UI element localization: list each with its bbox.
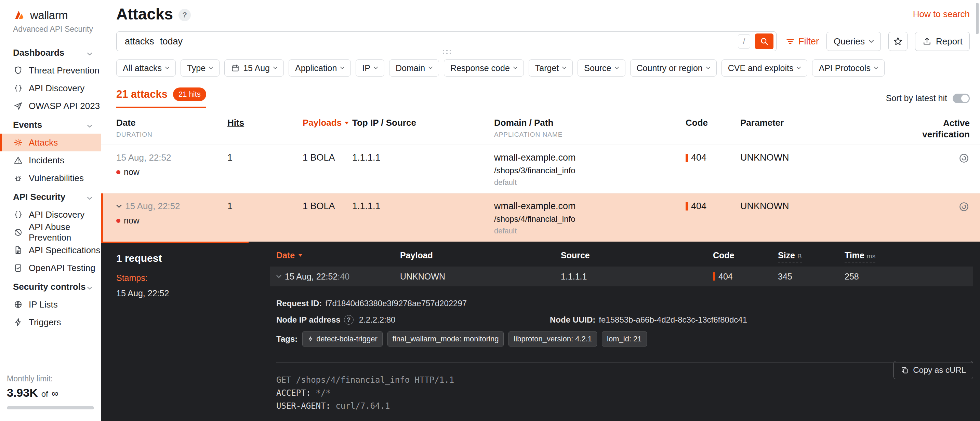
filter-date[interactable]: 15 Aug — [224, 59, 284, 76]
filter-domain[interactable]: Domain — [389, 59, 439, 76]
copy-as-curl-button[interactable]: Copy as cURL — [894, 361, 973, 379]
http-target: /shops/4/financial_info — [296, 375, 410, 385]
active-verification-icon[interactable] — [958, 201, 970, 213]
filter-response-code[interactable]: Response code — [444, 59, 524, 76]
row-parameter: UNKNOWN — [740, 201, 831, 211]
request-source[interactable]: 1.1.1.1 — [561, 272, 587, 282]
sort-toggle[interactable] — [953, 94, 970, 103]
sidebar-item-threat-prevention[interactable]: Threat Prevention — [0, 62, 101, 79]
row-hits: 1 — [228, 153, 302, 163]
sidebar-item-vulnerabilities[interactable]: Vulnerabilities — [0, 169, 101, 187]
sidebar-section-api-security[interactable]: API Security — [0, 187, 101, 206]
sidebar-item-triggers[interactable]: Triggers — [0, 313, 101, 331]
chevron-down-icon[interactable] — [276, 275, 282, 278]
chevron-down-icon[interactable] — [116, 205, 122, 208]
request-code: 404 — [718, 272, 733, 281]
filter-country[interactable]: Country or region — [630, 59, 717, 76]
sidebar-item-label: API Specifications — [29, 245, 100, 256]
sidebar-item-label: API Abuse Prevention — [29, 222, 101, 243]
search-button[interactable] — [755, 33, 773, 49]
filter-button[interactable]: Filter — [786, 36, 819, 47]
sidebar-item-api-discovery-2[interactable]: API Discovery — [0, 206, 101, 224]
sidebar-item-attacks[interactable]: Attacks — [0, 133, 101, 151]
col-payloads[interactable]: Payloads — [302, 118, 352, 128]
search-input[interactable]: attacks today / — [116, 32, 776, 51]
brand-logo[interactable]: wallarm — [0, 0, 101, 22]
request-row[interactable]: 15 Aug, 22:52:40 UNKNOWN 1.1.1.1 404 345… — [270, 267, 973, 286]
active-verification-icon[interactable] — [958, 153, 970, 164]
attack-row[interactable]: 15 Aug, 22:52 now 1 1 BOLA 1.1.1.1 wmall… — [101, 145, 980, 193]
sort-desc-icon — [344, 121, 349, 125]
detail-main: Date Payload Source Code Size B Time ms … — [270, 241, 980, 421]
sidebar-section-security-controls[interactable]: Security controls — [0, 277, 101, 295]
tag-detect-bola-trigger[interactable]: detect-bola-trigger — [302, 332, 383, 346]
col-date: Date DURATION — [116, 118, 228, 138]
wallarm-console: wallarm Advanced API Security Dashboards… — [0, 0, 980, 421]
sort-desc-icon — [298, 254, 302, 257]
queries-dropdown[interactable]: Queries — [826, 32, 881, 51]
chevron-down-icon — [874, 67, 878, 69]
queries-label: Queries — [834, 36, 865, 47]
row-top-ip[interactable]: 1.1.1.1 — [352, 201, 494, 211]
code-braces-icon — [13, 210, 23, 220]
severity-bar — [713, 272, 715, 281]
row-domain[interactable]: wmall-example.com — [494, 153, 686, 163]
sidebar-item-label: Triggers — [29, 317, 61, 328]
search-resize-handle[interactable] — [441, 49, 451, 54]
tag-libproton-version[interactable]: libproton_version: 4.2.1 — [509, 332, 597, 346]
row-code: 404 — [691, 201, 706, 211]
filter-icon — [786, 37, 795, 46]
report-button[interactable]: Report — [915, 32, 970, 51]
sidebar-item-openapi-testing[interactable]: OpenAPI Testing — [0, 259, 101, 277]
tag-lom-id[interactable]: lom_id: 21 — [602, 332, 647, 346]
row-payloads: 1 BOLA — [302, 153, 352, 163]
help-icon[interactable]: ? — [178, 9, 191, 21]
stamp-value[interactable]: 15 Aug, 22:52 — [116, 288, 270, 298]
row-top-ip[interactable]: 1.1.1.1 — [352, 153, 494, 163]
sidebar-item-owasp-api-2023[interactable]: OWASP API 2023 — [0, 97, 101, 115]
detail-col-date[interactable]: Date — [270, 251, 400, 261]
sidebar-item-api-abuse-prevention[interactable]: API Abuse Prevention — [0, 224, 101, 241]
filter-api-protocols[interactable]: API Protocols — [812, 59, 884, 76]
severity-bar — [686, 154, 688, 162]
filter-target[interactable]: Target — [529, 59, 573, 76]
document-icon — [13, 245, 23, 255]
page-scrollbar[interactable] — [976, 3, 978, 34]
row-path[interactable]: /shops/3/financial_info — [494, 166, 686, 175]
filter-source[interactable]: Source — [578, 59, 625, 76]
filter-type[interactable]: Type — [181, 59, 220, 76]
section-label: Security controls — [13, 281, 86, 292]
request-time: 258 — [845, 272, 973, 281]
chevron-down-icon — [869, 40, 873, 43]
filter-cve-exploits[interactable]: CVE and exploits — [721, 59, 808, 76]
col-active-verification: Active verification — [831, 118, 970, 140]
row-code-cell: 404 — [686, 153, 740, 163]
chevron-down-icon — [273, 67, 277, 69]
sidebar-item-ip-lists[interactable]: IP Lists — [0, 295, 101, 313]
warning-triangle-icon — [13, 155, 23, 165]
node-ip-label: Node IP address — [276, 315, 340, 325]
sidebar-item-incidents[interactable]: Incidents — [0, 151, 101, 169]
filter-button-label: Filter — [799, 36, 819, 47]
how-to-search-link[interactable]: How to search — [913, 9, 970, 19]
detail-summary: 1 request Stamps: 15 Aug, 22:52 — [101, 241, 270, 421]
sidebar-item-label: OpenAPI Testing — [29, 263, 95, 273]
slash-shortcut-hint: / — [738, 34, 750, 49]
attack-row-expanded[interactable]: 15 Aug, 22:52 now 1 1 BOLA 1.1.1.1 wmall… — [101, 193, 980, 241]
attacks-count-tab[interactable]: 21 attacks 21 hits — [116, 87, 206, 108]
filter-ip[interactable]: IP — [356, 59, 384, 76]
request-date-cell: 15 Aug, 22:52:40 — [270, 272, 400, 281]
sidebar-item-api-discovery[interactable]: API Discovery — [0, 79, 101, 97]
sidebar-section-dashboards[interactable]: Dashboards — [0, 43, 101, 62]
sidebar-item-api-specifications[interactable]: API Specifications — [0, 241, 101, 259]
sidebar-section-events[interactable]: Events — [0, 115, 101, 133]
filter-application[interactable]: Application — [289, 59, 351, 76]
row-domain[interactable]: wmall-example.com — [494, 201, 686, 211]
info-icon[interactable]: ? — [344, 315, 353, 325]
chevron-down-icon — [374, 67, 378, 69]
col-hits[interactable]: Hits — [228, 118, 302, 128]
favorite-query-button[interactable] — [888, 32, 907, 51]
tag-final-wallarm-mode[interactable]: final_wallarm_mode: monitoring — [387, 332, 504, 346]
filter-all-attacks[interactable]: All attacks — [116, 59, 176, 76]
row-path[interactable]: /shops/4/financial_info — [494, 214, 686, 224]
